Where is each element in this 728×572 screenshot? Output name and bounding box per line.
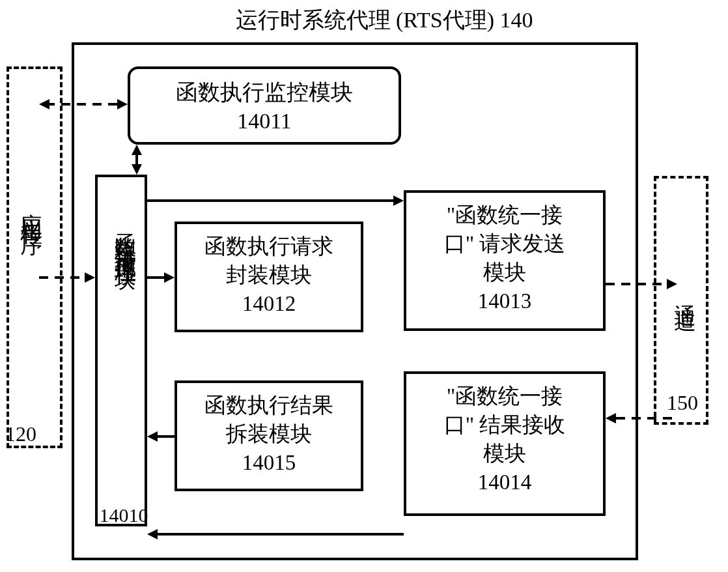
recv-ref: 14014 <box>478 470 532 494</box>
send-line3: 模块 <box>483 261 526 284</box>
send-ref: 14013 <box>478 289 532 313</box>
arrow-channel-recv <box>606 412 677 425</box>
diagram-canvas: 运行时系统代理 (RTS代理) 140 应用程序 120 通道 150 函数执行… <box>0 0 728 572</box>
unpack-module-box: 函数执行结果 拆装模块 14015 <box>175 380 363 491</box>
monitor-ref: 14011 <box>237 109 292 133</box>
pack-line1: 函数执行请求 <box>204 235 333 258</box>
arrow-unpack-proxy <box>147 430 175 443</box>
arrow-proxy-send <box>147 194 404 207</box>
arrow-recv-proxy <box>147 528 404 541</box>
proxy-ref: 14010 <box>88 504 160 526</box>
svg-marker-1 <box>39 99 49 109</box>
arrow-proxy-monitor <box>130 145 143 175</box>
arrow-app-proxy <box>39 271 95 284</box>
proxy-module-box: 函数执行请求代理模块 14010 <box>95 175 147 526</box>
proxy-label: 函数执行请求代理模块 <box>111 216 140 255</box>
pack-line2: 封装模块 <box>226 263 312 287</box>
unpack-ref: 14015 <box>242 451 296 474</box>
svg-marker-19 <box>606 413 616 423</box>
arrow-send-channel <box>606 278 677 291</box>
svg-marker-17 <box>667 279 677 289</box>
app-ref: 120 <box>5 422 36 446</box>
app-label: 应用程序 <box>16 195 46 222</box>
recv-module-box: "函数统一接 口" 结果接收 模块 14014 <box>404 371 606 516</box>
send-module-box: "函数统一接 口" 请求发送 模块 14013 <box>404 190 606 331</box>
unpack-line2: 拆装模块 <box>226 422 312 446</box>
pack-module-box: 函数执行请求 封装模块 14012 <box>175 222 363 332</box>
send-line2: 口" 请求发送 <box>444 232 566 255</box>
recv-line3: 模块 <box>483 442 526 465</box>
svg-marker-2 <box>117 99 128 109</box>
monitor-label: 函数执行监控模块 <box>176 80 353 104</box>
monitor-module-box: 函数执行监控模块 14011 <box>128 66 401 145</box>
svg-marker-6 <box>132 145 142 155</box>
svg-marker-7 <box>132 164 142 175</box>
unpack-line1: 函数执行结果 <box>204 393 333 417</box>
svg-marker-9 <box>393 195 404 206</box>
diagram-title: 运行时系统代理 (RTS代理) 140 <box>117 5 651 35</box>
svg-marker-4 <box>85 272 95 283</box>
app-box <box>7 66 63 448</box>
pack-ref: 14012 <box>242 292 296 315</box>
arrow-app-monitor <box>39 98 128 111</box>
svg-marker-15 <box>147 529 158 539</box>
send-line1: "函数统一接 <box>447 203 563 227</box>
recv-line2: 口" 结果接收 <box>444 413 566 436</box>
recv-line1: "函数统一接 <box>447 384 563 408</box>
channel-box <box>654 176 708 425</box>
arrow-proxy-pack <box>147 271 175 284</box>
svg-marker-11 <box>164 272 175 283</box>
svg-marker-13 <box>147 431 158 442</box>
